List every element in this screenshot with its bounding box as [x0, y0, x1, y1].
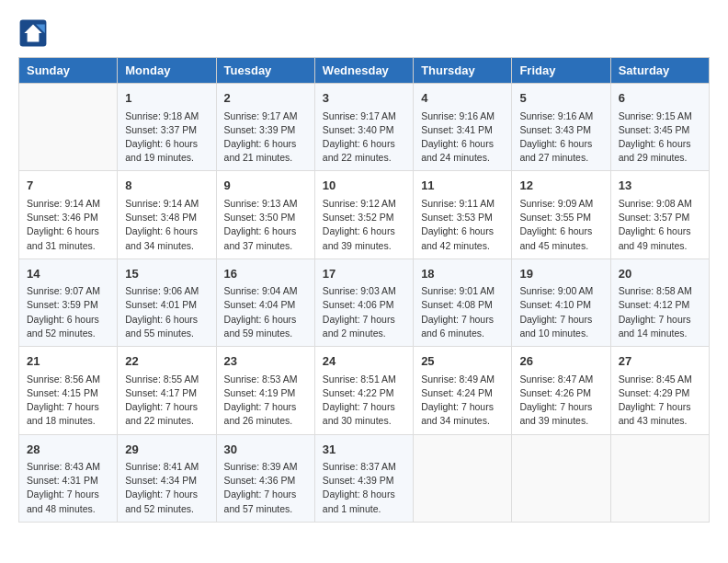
- day-number: 6: [619, 89, 701, 108]
- calendar-cell: 10Sunrise: 9:12 AM Sunset: 3:52 PM Dayli…: [314, 171, 413, 259]
- logo: [18, 18, 51, 48]
- calendar-cell: 19Sunrise: 9:00 AM Sunset: 4:10 PM Dayli…: [512, 259, 610, 346]
- day-number: 19: [519, 265, 602, 283]
- calendar-cell: 7Sunrise: 9:14 AM Sunset: 3:46 PM Daylig…: [19, 171, 118, 259]
- day-info: Sunrise: 8:41 AM Sunset: 4:34 PM Dayligh…: [125, 460, 208, 516]
- day-number: 21: [27, 352, 109, 371]
- day-number: 15: [125, 265, 208, 283]
- day-number: 17: [323, 265, 405, 283]
- calendar-cell: 27Sunrise: 8:45 AM Sunset: 4:29 PM Dayli…: [610, 347, 709, 434]
- day-info: Sunrise: 9:16 AM Sunset: 3:41 PM Dayligh…: [421, 109, 504, 166]
- day-info: Sunrise: 8:37 AM Sunset: 4:39 PM Dayligh…: [323, 460, 405, 516]
- day-info: Sunrise: 8:53 AM Sunset: 4:19 PM Dayligh…: [224, 373, 307, 429]
- day-info: Sunrise: 9:08 AM Sunset: 3:57 PM Dayligh…: [619, 197, 701, 253]
- calendar-cell: [512, 434, 610, 522]
- day-header-saturday: Saturday: [610, 58, 709, 84]
- calendar-cell: 30Sunrise: 8:39 AM Sunset: 4:36 PM Dayli…: [216, 434, 314, 522]
- day-header-friday: Friday: [512, 58, 610, 84]
- calendar-cell: 25Sunrise: 8:49 AM Sunset: 4:24 PM Dayli…: [414, 347, 512, 434]
- calendar-cell: 23Sunrise: 8:53 AM Sunset: 4:19 PM Dayli…: [216, 347, 314, 434]
- day-number: 27: [619, 352, 701, 371]
- day-info: Sunrise: 9:09 AM Sunset: 3:55 PM Dayligh…: [519, 197, 602, 253]
- day-info: Sunrise: 9:04 AM Sunset: 4:04 PM Dayligh…: [224, 284, 307, 340]
- calendar-cell: 11Sunrise: 9:11 AM Sunset: 3:53 PM Dayli…: [414, 171, 512, 259]
- day-header-thursday: Thursday: [414, 58, 512, 84]
- calendar-cell: 4Sunrise: 9:16 AM Sunset: 3:41 PM Daylig…: [414, 84, 512, 171]
- day-number: 1: [125, 89, 208, 108]
- calendar-cell: 2Sunrise: 9:17 AM Sunset: 3:39 PM Daylig…: [216, 84, 314, 171]
- calendar-cell: 31Sunrise: 8:37 AM Sunset: 4:39 PM Dayli…: [314, 434, 413, 522]
- day-info: Sunrise: 9:17 AM Sunset: 3:39 PM Dayligh…: [224, 109, 307, 166]
- calendar-cell: 29Sunrise: 8:41 AM Sunset: 4:34 PM Dayli…: [118, 434, 216, 522]
- day-number: 24: [323, 352, 405, 371]
- calendar-cell: 1Sunrise: 9:18 AM Sunset: 3:37 PM Daylig…: [118, 84, 216, 171]
- week-row-3: 14Sunrise: 9:07 AM Sunset: 3:59 PM Dayli…: [19, 259, 710, 346]
- day-info: Sunrise: 8:56 AM Sunset: 4:15 PM Dayligh…: [27, 373, 109, 429]
- header-row: SundayMondayTuesdayWednesdayThursdayFrid…: [19, 58, 710, 84]
- calendar-cell: 20Sunrise: 8:58 AM Sunset: 4:12 PM Dayli…: [610, 259, 709, 346]
- day-header-wednesday: Wednesday: [314, 58, 413, 84]
- day-number: 13: [619, 177, 701, 195]
- day-number: 7: [27, 177, 109, 195]
- day-number: 30: [224, 441, 307, 459]
- day-number: 12: [519, 177, 602, 195]
- calendar-cell: 12Sunrise: 9:09 AM Sunset: 3:55 PM Dayli…: [512, 171, 610, 259]
- day-info: Sunrise: 9:16 AM Sunset: 3:43 PM Dayligh…: [519, 109, 602, 166]
- day-info: Sunrise: 8:49 AM Sunset: 4:24 PM Dayligh…: [421, 373, 504, 429]
- calendar-cell: 6Sunrise: 9:15 AM Sunset: 3:45 PM Daylig…: [610, 84, 709, 171]
- calendar-cell: 26Sunrise: 8:47 AM Sunset: 4:26 PM Dayli…: [512, 347, 610, 434]
- day-info: Sunrise: 9:14 AM Sunset: 3:48 PM Dayligh…: [125, 197, 208, 253]
- calendar-cell: 22Sunrise: 8:55 AM Sunset: 4:17 PM Dayli…: [118, 347, 216, 434]
- calendar-cell: 16Sunrise: 9:04 AM Sunset: 4:04 PM Dayli…: [216, 259, 314, 346]
- page-header: [18, 18, 710, 48]
- calendar-cell: 13Sunrise: 9:08 AM Sunset: 3:57 PM Dayli…: [610, 171, 709, 259]
- day-number: 2: [224, 89, 307, 108]
- day-info: Sunrise: 9:14 AM Sunset: 3:46 PM Dayligh…: [27, 197, 109, 253]
- calendar-cell: 3Sunrise: 9:17 AM Sunset: 3:40 PM Daylig…: [314, 84, 413, 171]
- calendar-cell: 24Sunrise: 8:51 AM Sunset: 4:22 PM Dayli…: [314, 347, 413, 434]
- week-row-4: 21Sunrise: 8:56 AM Sunset: 4:15 PM Dayli…: [19, 347, 710, 434]
- day-number: 20: [619, 265, 701, 283]
- day-info: Sunrise: 9:00 AM Sunset: 4:10 PM Dayligh…: [519, 284, 602, 340]
- calendar-cell: [610, 434, 709, 522]
- day-number: 5: [519, 89, 602, 108]
- calendar-cell: 28Sunrise: 8:43 AM Sunset: 4:31 PM Dayli…: [19, 434, 118, 522]
- day-number: 10: [323, 177, 405, 195]
- day-info: Sunrise: 9:03 AM Sunset: 4:06 PM Dayligh…: [323, 284, 405, 340]
- week-row-2: 7Sunrise: 9:14 AM Sunset: 3:46 PM Daylig…: [19, 171, 710, 259]
- day-info: Sunrise: 9:12 AM Sunset: 3:52 PM Dayligh…: [323, 197, 405, 253]
- day-number: 8: [125, 177, 208, 195]
- calendar-cell: 18Sunrise: 9:01 AM Sunset: 4:08 PM Dayli…: [414, 259, 512, 346]
- calendar-cell: 5Sunrise: 9:16 AM Sunset: 3:43 PM Daylig…: [512, 84, 610, 171]
- week-row-1: 1Sunrise: 9:18 AM Sunset: 3:37 PM Daylig…: [19, 84, 710, 171]
- day-info: Sunrise: 8:51 AM Sunset: 4:22 PM Dayligh…: [323, 373, 405, 429]
- day-info: Sunrise: 8:55 AM Sunset: 4:17 PM Dayligh…: [125, 373, 208, 429]
- calendar-cell: 8Sunrise: 9:14 AM Sunset: 3:48 PM Daylig…: [118, 171, 216, 259]
- calendar-cell: [19, 84, 118, 171]
- day-header-tuesday: Tuesday: [216, 58, 314, 84]
- day-number: 25: [421, 352, 504, 371]
- day-info: Sunrise: 9:07 AM Sunset: 3:59 PM Dayligh…: [27, 284, 109, 340]
- day-number: 4: [421, 89, 504, 108]
- day-info: Sunrise: 9:17 AM Sunset: 3:40 PM Dayligh…: [323, 109, 405, 166]
- day-info: Sunrise: 9:01 AM Sunset: 4:08 PM Dayligh…: [421, 284, 504, 340]
- day-info: Sunrise: 8:58 AM Sunset: 4:12 PM Dayligh…: [619, 284, 701, 340]
- day-info: Sunrise: 9:11 AM Sunset: 3:53 PM Dayligh…: [421, 197, 504, 253]
- calendar-table: SundayMondayTuesdayWednesdayThursdayFrid…: [18, 57, 710, 523]
- day-number: 28: [27, 441, 109, 459]
- day-number: 9: [224, 177, 307, 195]
- day-info: Sunrise: 9:18 AM Sunset: 3:37 PM Dayligh…: [125, 109, 208, 166]
- day-number: 14: [27, 265, 109, 283]
- day-info: Sunrise: 9:06 AM Sunset: 4:01 PM Dayligh…: [125, 284, 208, 340]
- calendar-cell: 15Sunrise: 9:06 AM Sunset: 4:01 PM Dayli…: [118, 259, 216, 346]
- day-number: 29: [125, 441, 208, 459]
- week-row-5: 28Sunrise: 8:43 AM Sunset: 4:31 PM Dayli…: [19, 434, 710, 522]
- day-number: 22: [125, 352, 208, 371]
- logo-icon: [18, 18, 48, 48]
- day-header-monday: Monday: [118, 58, 216, 84]
- calendar-cell: 14Sunrise: 9:07 AM Sunset: 3:59 PM Dayli…: [19, 259, 118, 346]
- day-number: 18: [421, 265, 504, 283]
- day-header-sunday: Sunday: [19, 58, 118, 84]
- day-number: 31: [323, 441, 405, 459]
- day-info: Sunrise: 9:15 AM Sunset: 3:45 PM Dayligh…: [619, 109, 701, 166]
